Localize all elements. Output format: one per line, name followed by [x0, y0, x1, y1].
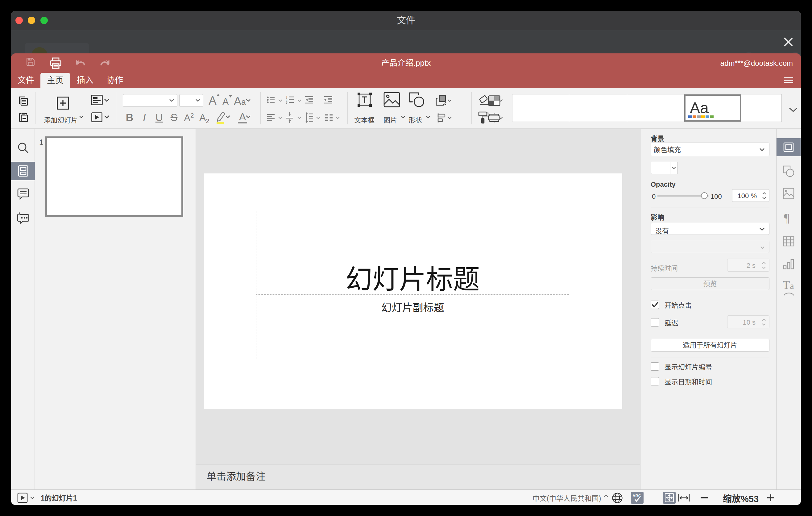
svg-text:3: 3 [286, 101, 288, 104]
